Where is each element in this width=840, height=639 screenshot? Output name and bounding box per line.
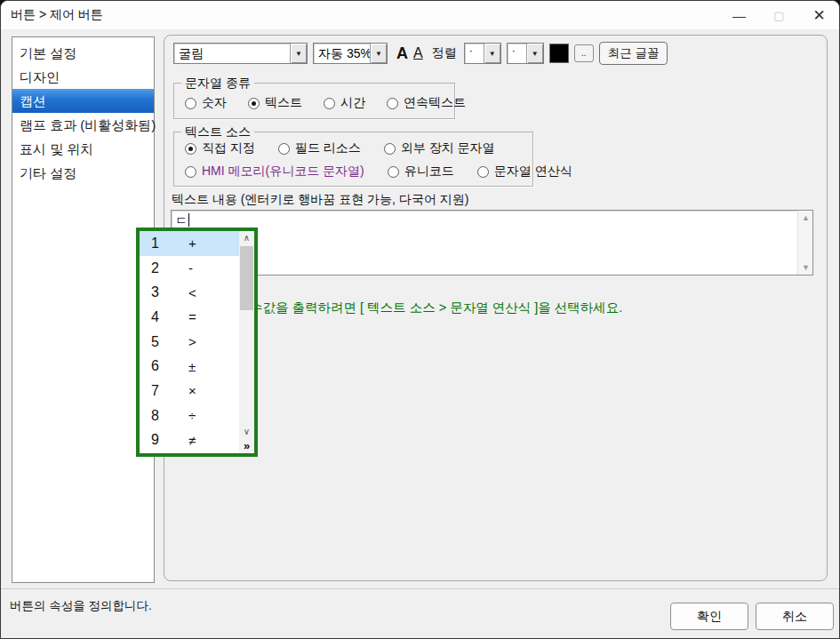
- sidebar-item-caption[interactable]: 캡션: [12, 89, 154, 113]
- text-content-textarea[interactable]: ㄷ ▲ ▼: [171, 210, 813, 276]
- scroll-down-icon[interactable]: ∨: [239, 427, 254, 436]
- radio-circle: [384, 143, 396, 155]
- string-type-group: 문자열 종류 숫자 텍스트 시간: [173, 83, 455, 119]
- radio-number[interactable]: 숫자: [185, 95, 227, 111]
- candidate-number: 3: [151, 284, 174, 300]
- scrollbar-thumb[interactable]: [240, 246, 253, 310]
- candidate-symbol: -: [188, 260, 193, 276]
- ime-candidate-row[interactable]: 6 ±: [140, 354, 239, 379]
- status-text: 버튼의 속성을 정의합니다.: [10, 598, 152, 614]
- candidate-number: 4: [151, 309, 174, 325]
- maximize-icon: ▢: [759, 1, 799, 29]
- radio-hmi-memory-unicode-label: HMI 메모리(유니코드 문자열): [202, 164, 364, 180]
- font-name-value: 굴림: [174, 44, 290, 63]
- dropdown-arrow-icon[interactable]: ▼: [290, 44, 307, 63]
- ime-candidate-row[interactable]: 9 ≠: [140, 428, 239, 453]
- sidebar-item-design[interactable]: 디자인: [12, 65, 154, 89]
- radio-direct-entry[interactable]: 직접 지정: [185, 140, 255, 156]
- candidate-symbol: ±: [188, 359, 196, 374]
- ime-candidate-row[interactable]: 1 +: [140, 231, 239, 256]
- candidate-number: 7: [151, 383, 174, 399]
- candidate-symbol: <: [188, 285, 196, 300]
- radio-field-resource-label: 필드 리소스: [295, 140, 361, 156]
- ime-candidate-list: 1 + 2 - 3 < 4 = 5 >: [140, 231, 239, 453]
- ime-candidate-row[interactable]: 5 >: [140, 330, 239, 355]
- underline-button[interactable]: A: [413, 45, 423, 61]
- candidate-number: 9: [151, 432, 174, 448]
- radio-circle: [477, 166, 489, 178]
- radio-time-label: 시간: [340, 95, 365, 111]
- candidate-number: 2: [151, 260, 174, 276]
- radio-text-label: 텍스트: [265, 95, 302, 111]
- candidate-symbol: ÷: [188, 408, 196, 423]
- radio-continuous-text[interactable]: 연속텍스트: [387, 95, 466, 111]
- radio-external-device-string-label: 외부 장치 문자열: [401, 140, 495, 156]
- recent-fonts-button[interactable]: 최근 글꼴: [599, 42, 668, 65]
- more-candidates-icon[interactable]: »: [239, 439, 254, 452]
- vertical-align-value: ·: [508, 44, 526, 63]
- radio-direct-entry-label: 직접 지정: [202, 140, 255, 156]
- scroll-up-icon[interactable]: ▲: [798, 213, 813, 222]
- font-size-combo[interactable]: 자동 35% ▼: [313, 43, 388, 64]
- ime-candidate-row[interactable]: 2 -: [140, 256, 239, 281]
- minimize-icon[interactable]: —: [719, 1, 759, 29]
- ime-candidate-row[interactable]: 8 ÷: [140, 403, 239, 428]
- textarea-scrollbar[interactable]: ▲ ▼: [797, 211, 812, 275]
- close-icon[interactable]: ✕: [799, 1, 839, 29]
- sidebar-item-display-position[interactable]: 표시 및 위치: [12, 137, 154, 161]
- dropdown-arrow-icon[interactable]: ▼: [526, 44, 543, 63]
- radio-string-expression-label: 문자열 연산식: [494, 164, 572, 180]
- radio-circle: [185, 98, 196, 109]
- candidate-number: 5: [151, 334, 174, 350]
- radio-number-label: 숫자: [202, 95, 227, 111]
- radio-string-expression[interactable]: 문자열 연산식: [477, 164, 572, 180]
- radio-field-resource[interactable]: 필드 리소스: [278, 140, 361, 156]
- sidebar-item-lamp-effect[interactable]: 램프 효과 (비활성화됨): [12, 113, 154, 137]
- bold-button[interactable]: A: [396, 44, 408, 63]
- text-source-group-title: 텍스트 소스: [181, 124, 254, 140]
- ok-button[interactable]: 확인: [670, 603, 748, 630]
- color-picker-button[interactable]: ..: [574, 44, 594, 62]
- dialog-window: 버튼 > 제어 버튼 — ▢ ✕ 기본 설정 디자인 캡션 램프 효과 (비활성…: [0, 0, 840, 639]
- font-toolbar: 굴림 ▼ 자동 35% ▼ A A 정렬 · ▼ · ▼: [173, 42, 668, 65]
- string-type-group-title: 문자열 종류: [181, 76, 254, 92]
- font-color-swatch[interactable]: [549, 44, 569, 63]
- popup-scrollbar[interactable]: ∧ ∨ »: [239, 231, 254, 453]
- ime-candidate-row[interactable]: 3 <: [140, 280, 239, 305]
- scroll-up-icon[interactable]: ∧: [239, 233, 254, 243]
- ime-candidate-row[interactable]: 4 =: [140, 305, 239, 330]
- radio-circle: [387, 98, 398, 109]
- horizontal-align-combo[interactable]: · ▼: [464, 43, 501, 64]
- candidate-number: 1: [151, 236, 174, 252]
- radio-hmi-memory-unicode[interactable]: HMI 메모리(유니코드 문자열): [185, 164, 364, 180]
- horizontal-align-value: ·: [465, 44, 484, 63]
- font-name-combo[interactable]: 굴림 ▼: [173, 43, 308, 64]
- radio-external-device-string[interactable]: 외부 장치 문자열: [384, 140, 495, 156]
- ime-candidate-row[interactable]: 7 ×: [140, 379, 239, 403]
- dropdown-arrow-icon[interactable]: ▼: [370, 44, 387, 63]
- dropdown-arrow-icon[interactable]: ▼: [484, 44, 500, 63]
- candidate-symbol: >: [188, 334, 196, 349]
- radio-time[interactable]: 시간: [324, 95, 365, 111]
- vertical-align-combo[interactable]: · ▼: [507, 43, 544, 64]
- candidate-symbol: ×: [188, 383, 196, 398]
- dialog-content: 기본 설정 디자인 캡션 램프 효과 (비활성화됨) 표시 및 위치 기타 설정…: [1, 29, 839, 639]
- radio-circle: [278, 143, 290, 155]
- candidate-symbol: +: [188, 236, 196, 251]
- radio-circle: [248, 98, 260, 109]
- font-size-value: 자동 35%: [314, 44, 370, 63]
- window-title: 버튼 > 제어 버튼: [11, 7, 103, 23]
- radio-unicode[interactable]: 유니코드: [388, 164, 454, 180]
- align-label: 정렬: [432, 45, 457, 61]
- settings-category-list: 기본 설정 디자인 캡션 램프 효과 (비활성화됨) 표시 및 위치 기타 설정: [12, 36, 155, 583]
- cancel-button[interactable]: 취소: [756, 603, 834, 630]
- candidate-number: 6: [151, 358, 174, 374]
- candidate-symbol: ≠: [188, 433, 196, 448]
- sidebar-item-basic-settings[interactable]: 기본 설정: [12, 41, 154, 65]
- sidebar-item-misc-settings[interactable]: 기타 설정: [12, 161, 154, 185]
- scroll-down-icon[interactable]: ▼: [798, 263, 813, 272]
- caption-settings-panel: 굴림 ▼ 자동 35% ▼ A A 정렬 · ▼ · ▼: [164, 35, 828, 581]
- radio-unicode-label: 유니코드: [404, 164, 454, 180]
- radio-text[interactable]: 텍스트: [248, 95, 302, 111]
- text-source-group: 텍스트 소스 직접 지정 필드 리소스 외부 장치 문자열: [173, 132, 533, 187]
